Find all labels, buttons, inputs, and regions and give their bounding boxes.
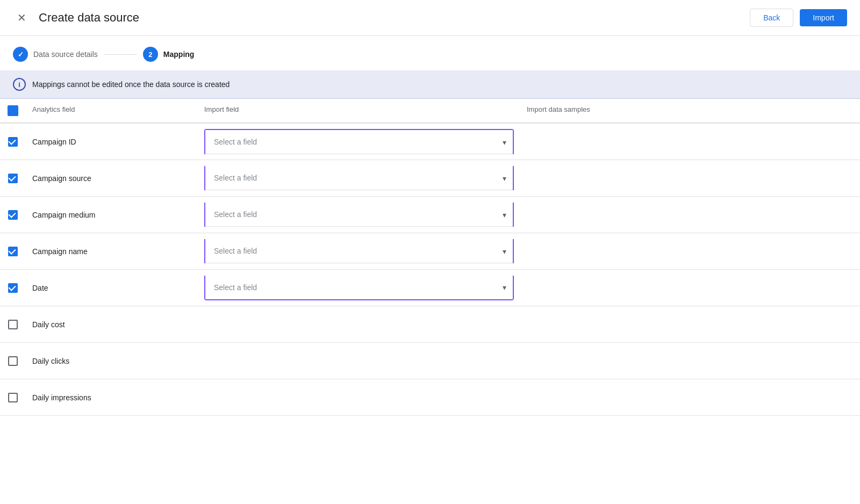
- select-wrapper-2: Select a field▾: [204, 203, 514, 227]
- daily-cost-label: Daily cost: [26, 320, 198, 329]
- step-1-circle: ✓: [13, 47, 28, 62]
- date-label: Date: [26, 284, 198, 292]
- daily-impressions-label: Daily impressions: [26, 393, 198, 402]
- header-left: ✕ Create data source: [13, 9, 139, 26]
- header-icon-square: [8, 105, 18, 116]
- daily-clicks-label: Daily clicks: [26, 357, 198, 365]
- mapping-table: Analytics field Import field Import data…: [0, 99, 860, 416]
- checkbox-cell[interactable]: [0, 356, 26, 366]
- daily-cost-checkbox[interactable]: [8, 320, 18, 329]
- field-select-4[interactable]: Select a field: [205, 276, 513, 299]
- checkbox-cell[interactable]: [0, 210, 26, 220]
- step-1: ✓ Data source details: [13, 47, 98, 62]
- campaign-name-select-cell: Select a field▾: [198, 239, 520, 263]
- banner-text: Mappings cannot be edited once the data …: [32, 80, 230, 89]
- checkbox-cell[interactable]: [0, 320, 26, 329]
- table-row: Daily cost: [0, 306, 860, 343]
- back-button[interactable]: Back: [750, 9, 793, 27]
- stepper: ✓ Data source details 2 Mapping: [0, 36, 860, 70]
- checkbox-cell[interactable]: [0, 393, 26, 402]
- step-2-number: 2: [148, 51, 152, 59]
- step-separator: [104, 54, 137, 55]
- campaign-medium-checkbox[interactable]: [8, 210, 18, 220]
- campaign-name-label: Campaign name: [26, 247, 198, 256]
- select-wrapper-4: Select a field▾: [204, 276, 514, 300]
- header-actions: Back Import: [750, 9, 847, 27]
- date-select-cell: Select a field▾: [198, 276, 520, 300]
- step-2-label: Mapping: [163, 50, 195, 59]
- header: ✕ Create data source Back Import: [0, 0, 860, 36]
- campaign-medium-label: Campaign medium: [26, 211, 198, 219]
- field-select-2[interactable]: Select a field: [205, 203, 513, 227]
- daily-clicks-checkbox[interactable]: [8, 356, 18, 366]
- header-icon-cell: [0, 105, 26, 116]
- field-select-3[interactable]: Select a field: [205, 239, 513, 263]
- info-icon: i: [13, 78, 26, 91]
- campaign-name-checkbox[interactable]: [8, 247, 18, 256]
- daily-clicks-select-cell: [198, 357, 520, 365]
- campaign-source-select-cell: Select a field▾: [198, 166, 520, 190]
- select-wrapper-1: Select a field▾: [204, 166, 514, 190]
- checkbox-cell[interactable]: [0, 174, 26, 183]
- table-row: Daily clicks: [0, 343, 860, 379]
- field-select-0[interactable]: Select a field: [205, 130, 513, 154]
- close-icon: ✕: [17, 11, 26, 24]
- campaign-medium-select-cell: Select a field▾: [198, 203, 520, 227]
- checkbox-cell[interactable]: [0, 247, 26, 256]
- select-wrapper-3: Select a field▾: [204, 239, 514, 263]
- campaign-id-checkbox[interactable]: [8, 137, 18, 147]
- campaign-id-select-cell: Select a field▾: [198, 129, 520, 154]
- checkbox-cell[interactable]: [0, 137, 26, 147]
- daily-impressions-checkbox[interactable]: [8, 393, 18, 402]
- daily-impressions-select-cell: [198, 393, 520, 402]
- table-row: Date Select a field▾: [0, 270, 860, 306]
- import-field-header: Import field: [198, 105, 520, 116]
- table-row: Campaign medium Select a field▾: [0, 197, 860, 233]
- table-row: Daily impressions: [0, 379, 860, 416]
- table-header: Analytics field Import field Import data…: [0, 99, 860, 124]
- page-title: Create data source: [39, 11, 139, 25]
- table-row: Campaign source Select a field▾: [0, 160, 860, 197]
- analytics-field-header: Analytics field: [26, 105, 198, 116]
- daily-cost-select-cell: [198, 320, 520, 329]
- campaign-source-label: Campaign source: [26, 174, 198, 183]
- close-button[interactable]: ✕: [13, 9, 30, 26]
- campaign-id-label: Campaign ID: [26, 138, 198, 146]
- step-1-checkmark: ✓: [18, 51, 24, 59]
- step-1-label: Data source details: [33, 50, 98, 59]
- step-2-circle: 2: [143, 47, 158, 62]
- info-banner: i Mappings cannot be edited once the dat…: [0, 70, 860, 99]
- import-button[interactable]: Import: [800, 9, 847, 26]
- date-checkbox[interactable]: [8, 283, 18, 293]
- table-row: Campaign name Select a field▾: [0, 233, 860, 270]
- step-2: 2 Mapping: [143, 47, 195, 62]
- table-row: Campaign ID Select a field▾: [0, 124, 860, 160]
- import-data-samples-header: Import data samples: [520, 105, 860, 116]
- field-select-1[interactable]: Select a field: [205, 166, 513, 190]
- checkbox-cell[interactable]: [0, 283, 26, 293]
- campaign-source-checkbox[interactable]: [8, 174, 18, 183]
- select-wrapper-0: Select a field▾: [204, 129, 514, 154]
